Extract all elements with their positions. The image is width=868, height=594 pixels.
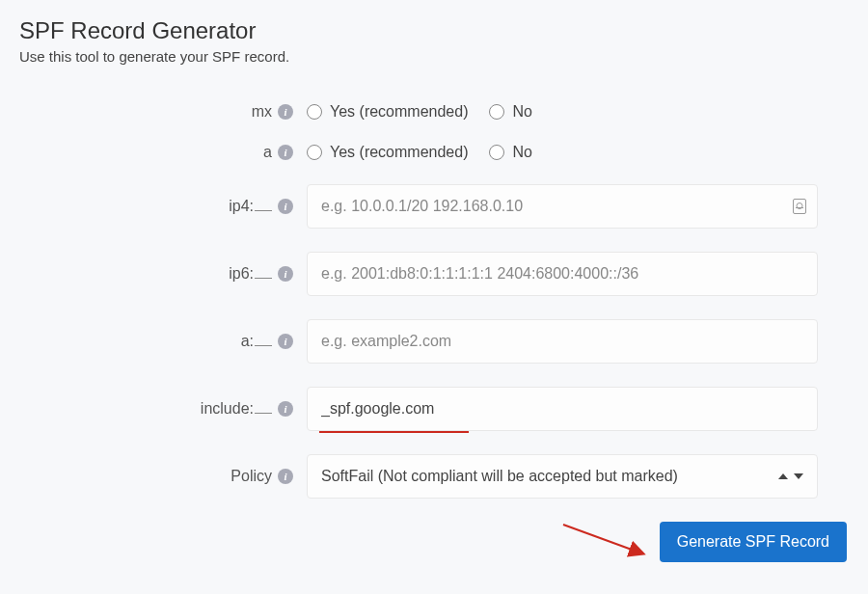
- policy-select[interactable]: SoftFail (Not compliant will be accepted…: [307, 454, 818, 499]
- radio-circle-icon: [307, 145, 322, 160]
- caret-down-icon: [794, 473, 803, 479]
- info-icon[interactable]: i: [278, 469, 293, 484]
- radio-mx-no[interactable]: No: [489, 103, 531, 121]
- info-icon[interactable]: i: [278, 334, 293, 349]
- info-icon[interactable]: i: [278, 199, 293, 214]
- button-row: Generate SPF Record: [48, 522, 847, 562]
- radio-a-no[interactable]: No: [489, 144, 531, 161]
- annotation-underline: [319, 431, 469, 433]
- label-include: include:: [201, 400, 272, 418]
- select-arrows-icon: [778, 473, 803, 479]
- ip4-input[interactable]: [307, 184, 818, 229]
- info-icon[interactable]: i: [278, 145, 293, 160]
- radio-circle-icon: [489, 145, 504, 160]
- row-a: a i Yes (recommended) No: [48, 144, 849, 161]
- row-include: include: i: [48, 387, 849, 431]
- radio-label: No: [512, 144, 531, 161]
- radio-mx-yes[interactable]: Yes (recommended): [307, 103, 468, 121]
- include-input[interactable]: [307, 387, 818, 431]
- spf-form: mx i Yes (recommended) No a i Yes (recom…: [48, 103, 849, 562]
- radio-label: Yes (recommended): [330, 103, 468, 121]
- radio-circle-icon: [307, 104, 322, 120]
- a-domain-input[interactable]: [307, 319, 818, 364]
- caret-up-icon: [778, 473, 788, 479]
- row-a-domain: a: i: [48, 319, 849, 364]
- page-subtitle: Use this tool to generate your SPF recor…: [19, 48, 849, 65]
- info-icon[interactable]: i: [278, 266, 293, 282]
- row-ip4: ip4: i: [48, 184, 849, 229]
- label-a: a: [263, 144, 272, 161]
- label-a-domain: a:: [241, 333, 272, 350]
- radio-circle-icon: [489, 104, 504, 120]
- label-ip6: ip6:: [229, 265, 272, 283]
- row-policy: Policy i SoftFail (Not compliant will be…: [48, 454, 849, 499]
- info-icon[interactable]: i: [278, 104, 293, 120]
- info-icon[interactable]: i: [278, 401, 293, 417]
- radio-label: Yes (recommended): [330, 144, 468, 161]
- label-policy: Policy: [231, 468, 272, 485]
- page-title: SPF Record Generator: [19, 17, 849, 44]
- radio-label: No: [512, 103, 531, 121]
- ip6-input[interactable]: [307, 252, 818, 296]
- radio-a-yes[interactable]: Yes (recommended): [307, 144, 468, 161]
- label-mx: mx: [252, 103, 272, 121]
- label-ip4: ip4:: [229, 198, 272, 215]
- contact-card-icon: [793, 199, 806, 214]
- row-mx: mx i Yes (recommended) No: [48, 103, 849, 121]
- row-ip6: ip6: i: [48, 252, 849, 296]
- generate-button[interactable]: Generate SPF Record: [660, 522, 847, 562]
- policy-selected-value: SoftFail (Not compliant will be accepted…: [321, 468, 678, 485]
